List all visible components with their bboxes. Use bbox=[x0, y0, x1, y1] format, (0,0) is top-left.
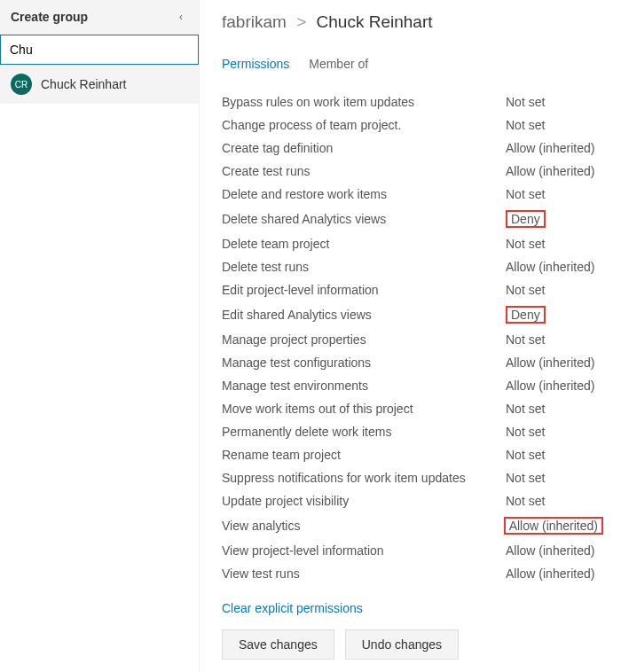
permission-label: Permanently delete work items bbox=[222, 425, 391, 439]
permission-value[interactable]: Not set bbox=[506, 118, 603, 132]
permission-row: View analyticsAllow (inherited) bbox=[222, 512, 603, 539]
permission-row: Bypass rules on work item updatesNot set bbox=[222, 90, 603, 113]
permission-row: Manage project propertiesNot set bbox=[222, 328, 603, 351]
permission-label: Bypass rules on work item updates bbox=[222, 95, 414, 109]
permission-label: Delete and restore work items bbox=[222, 187, 387, 201]
permission-row: Manage test configurationsAllow (inherit… bbox=[222, 351, 603, 374]
permission-row: Delete and restore work itemsNot set bbox=[222, 183, 603, 206]
collapse-chevron-icon[interactable]: ‹ bbox=[174, 9, 188, 25]
permission-value[interactable]: Allow (inherited) bbox=[506, 164, 603, 178]
permission-value[interactable]: Allow (inherited) bbox=[506, 356, 603, 370]
permission-label: Suppress notifications for work item upd… bbox=[222, 471, 466, 485]
permission-row: Manage test environmentsAllow (inherited… bbox=[222, 374, 603, 397]
permission-row: View project-level informationAllow (inh… bbox=[222, 539, 603, 562]
permission-label: Delete test runs bbox=[222, 260, 309, 274]
permission-label: Create tag definition bbox=[222, 141, 333, 155]
permission-label: Rename team project bbox=[222, 448, 341, 462]
highlight-box: Allow (inherited) bbox=[504, 517, 603, 535]
permission-value[interactable]: Deny bbox=[506, 306, 603, 324]
permission-label: Manage test configurations bbox=[222, 356, 371, 370]
permission-value[interactable]: Allow (inherited) bbox=[506, 141, 603, 155]
permission-value[interactable]: Allow (inherited) bbox=[504, 517, 603, 535]
permission-value[interactable]: Not set bbox=[506, 95, 603, 109]
permission-row: Delete shared Analytics viewsDeny bbox=[222, 206, 603, 232]
breadcrumb-separator: > bbox=[296, 12, 306, 31]
permission-value[interactable]: Not set bbox=[506, 494, 603, 508]
permission-label: Move work items out of this project bbox=[222, 402, 413, 416]
permission-label: Create test runs bbox=[222, 164, 310, 178]
search-input[interactable] bbox=[0, 35, 199, 65]
permission-row: View test runsAllow (inherited) bbox=[222, 562, 603, 585]
user-list-item[interactable]: CR Chuck Reinhart bbox=[0, 65, 199, 104]
permission-label: Manage project properties bbox=[222, 332, 366, 347]
permission-label: View project-level information bbox=[222, 543, 384, 558]
tab-member-of[interactable]: Member of bbox=[309, 57, 368, 74]
save-button[interactable]: Save changes bbox=[222, 629, 334, 660]
permission-row: Delete test runsAllow (inherited) bbox=[222, 255, 603, 278]
permission-label: Delete shared Analytics views bbox=[222, 212, 386, 226]
permission-row: Delete team projectNot set bbox=[222, 232, 603, 255]
highlight-box: Deny bbox=[506, 306, 546, 324]
permission-value[interactable]: Not set bbox=[506, 425, 603, 439]
user-name-label: Chuck Reinhart bbox=[41, 77, 127, 91]
permission-value[interactable]: Allow (inherited) bbox=[506, 260, 603, 274]
permission-label: Delete team project bbox=[222, 237, 329, 251]
main-panel: fabrikam > Chuck Reinhart Permissions Me… bbox=[200, 0, 621, 672]
permission-label: View test runs bbox=[222, 567, 300, 581]
button-row: Save changes Undo changes bbox=[222, 629, 603, 660]
permission-value[interactable]: Not set bbox=[506, 471, 603, 485]
permission-row: Change process of team project.Not set bbox=[222, 113, 603, 137]
permission-row: Edit shared Analytics viewsDeny bbox=[222, 301, 603, 328]
breadcrumb: fabrikam > Chuck Reinhart bbox=[222, 12, 603, 32]
permission-row: Permanently delete work itemsNot set bbox=[222, 420, 603, 443]
create-group-header: Create group ‹ bbox=[0, 0, 199, 35]
permission-label: Manage test environments bbox=[222, 379, 368, 393]
clear-permissions-link[interactable]: Clear explicit permissions bbox=[222, 601, 363, 615]
undo-button[interactable]: Undo changes bbox=[345, 629, 459, 660]
permissions-list: Bypass rules on work item updatesNot set… bbox=[222, 90, 603, 585]
permission-label: View analytics bbox=[222, 519, 300, 533]
permission-label: Edit shared Analytics views bbox=[222, 308, 372, 322]
permission-value[interactable]: Not set bbox=[506, 402, 603, 416]
breadcrumb-current: Chuck Reinhart bbox=[317, 12, 433, 31]
permission-row: Update project visibilityNot set bbox=[222, 489, 603, 512]
permission-value[interactable]: Allow (inherited) bbox=[506, 567, 603, 581]
permission-label: Change process of team project. bbox=[222, 118, 401, 132]
permission-value[interactable]: Not set bbox=[506, 283, 603, 297]
permission-value[interactable]: Deny bbox=[506, 210, 603, 228]
create-group-label[interactable]: Create group bbox=[11, 10, 88, 24]
sidebar: Create group ‹ CR Chuck Reinhart bbox=[0, 0, 200, 672]
permission-value[interactable]: Not set bbox=[506, 187, 603, 201]
permission-value[interactable]: Not set bbox=[506, 448, 603, 462]
permission-row: Rename team projectNot set bbox=[222, 443, 603, 466]
permission-value[interactable]: Not set bbox=[506, 332, 603, 347]
permission-row: Suppress notifications for work item upd… bbox=[222, 466, 603, 489]
permission-row: Create tag definitionAllow (inherited) bbox=[222, 137, 603, 160]
avatar: CR bbox=[11, 74, 32, 95]
permission-value[interactable]: Allow (inherited) bbox=[506, 543, 603, 558]
permission-row: Edit project-level informationNot set bbox=[222, 278, 603, 301]
tab-permissions[interactable]: Permissions bbox=[222, 57, 289, 74]
permission-value[interactable]: Not set bbox=[506, 237, 603, 251]
permission-row: Move work items out of this projectNot s… bbox=[222, 397, 603, 420]
tabs: Permissions Member of bbox=[222, 57, 603, 74]
permission-label: Edit project-level information bbox=[222, 283, 379, 297]
permission-label: Update project visibility bbox=[222, 494, 349, 508]
permission-value[interactable]: Allow (inherited) bbox=[506, 379, 603, 393]
breadcrumb-parent[interactable]: fabrikam bbox=[222, 12, 287, 31]
highlight-box: Deny bbox=[506, 210, 546, 228]
permission-row: Create test runsAllow (inherited) bbox=[222, 160, 603, 183]
